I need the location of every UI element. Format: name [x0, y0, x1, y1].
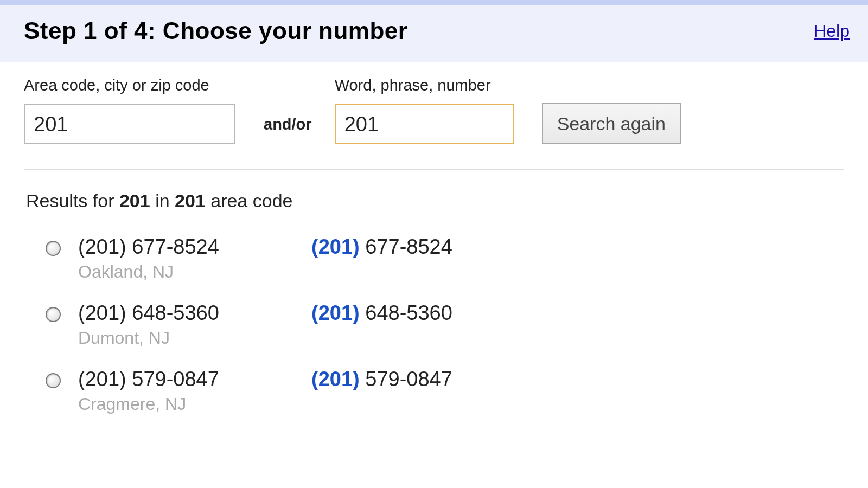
number-block: (201) 648-5360 (201) 648-5360 Dumont, NJ — [78, 301, 452, 348]
search-row: Area code, city or zip code and/or Word,… — [24, 76, 844, 170]
phone-rest: 579-0847 — [360, 368, 452, 390]
number-block: (201) 579-0847 (201) 579-0847 Cragmere, … — [78, 368, 452, 414]
list-item: (201) 677-8524 (201) 677-8524 Oakland, N… — [46, 235, 844, 282]
word-field-wrapper: Word, phrase, number — [335, 76, 514, 144]
results-prefix: Results for — [26, 190, 119, 211]
results-suffix: area code — [206, 190, 293, 211]
hl-open-paren: ( — [311, 368, 318, 390]
conjunction-label: and/or — [235, 115, 335, 144]
results-area: 201 — [175, 190, 206, 211]
area-code-label: Area code, city or zip code — [24, 76, 235, 94]
list-item: (201) 648-5360 (201) 648-5360 Dumont, NJ — [46, 301, 844, 348]
main-content: Area code, city or zip code and/or Word,… — [0, 62, 868, 414]
hl-close-paren: ) — [353, 235, 360, 258]
phone-plain: (201) 677-8524 — [78, 235, 311, 259]
step-header: Step 1 of 4: Choose your number Help — [0, 5, 868, 62]
phone-highlighted: (201) 579-0847 — [311, 368, 452, 391]
word-phrase-label: Word, phrase, number — [335, 76, 514, 94]
number-line: (201) 677-8524 (201) 677-8524 — [78, 235, 452, 259]
results-term: 201 — [119, 190, 150, 211]
help-link[interactable]: Help — [814, 21, 850, 41]
location-label: Oakland, NJ — [78, 262, 452, 282]
area-code-field-wrapper: Area code, city or zip code — [24, 76, 235, 144]
window-top-strip — [0, 0, 868, 5]
location-label: Cragmere, NJ — [78, 394, 452, 414]
page-title: Step 1 of 4: Choose your number — [24, 17, 407, 44]
list-item: (201) 579-0847 (201) 579-0847 Cragmere, … — [46, 368, 844, 414]
word-phrase-input[interactable] — [335, 104, 514, 144]
phone-highlighted: (201) 677-8524 — [311, 235, 452, 259]
phone-highlighted: (201) 648-5360 — [311, 301, 452, 325]
phone-plain: (201) 648-5360 — [78, 301, 311, 325]
results-middle: in — [150, 190, 175, 211]
number-radio[interactable] — [46, 241, 61, 256]
phone-plain: (201) 579-0847 — [78, 368, 311, 391]
number-radio[interactable] — [46, 373, 61, 388]
area-code-input[interactable] — [24, 104, 235, 144]
location-label: Dumont, NJ — [78, 328, 452, 348]
number-radio[interactable] — [46, 307, 61, 322]
hl-open-paren: ( — [311, 301, 318, 324]
hl-digits: 201 — [318, 235, 353, 258]
hl-close-paren: ) — [353, 368, 360, 390]
hl-open-paren: ( — [311, 235, 318, 258]
number-line: (201) 579-0847 (201) 579-0847 — [78, 368, 452, 391]
phone-rest: 648-5360 — [360, 301, 452, 324]
number-line: (201) 648-5360 (201) 648-5360 — [78, 301, 452, 325]
search-again-button[interactable]: Search again — [542, 103, 681, 144]
number-block: (201) 677-8524 (201) 677-8524 Oakland, N… — [78, 235, 452, 282]
hl-digits: 201 — [318, 368, 353, 390]
results-list: (201) 677-8524 (201) 677-8524 Oakland, N… — [24, 235, 844, 414]
phone-rest: 677-8524 — [360, 235, 452, 258]
hl-digits: 201 — [318, 301, 353, 324]
results-heading: Results for 201 in 201 area code — [26, 190, 844, 211]
hl-close-paren: ) — [353, 301, 360, 324]
